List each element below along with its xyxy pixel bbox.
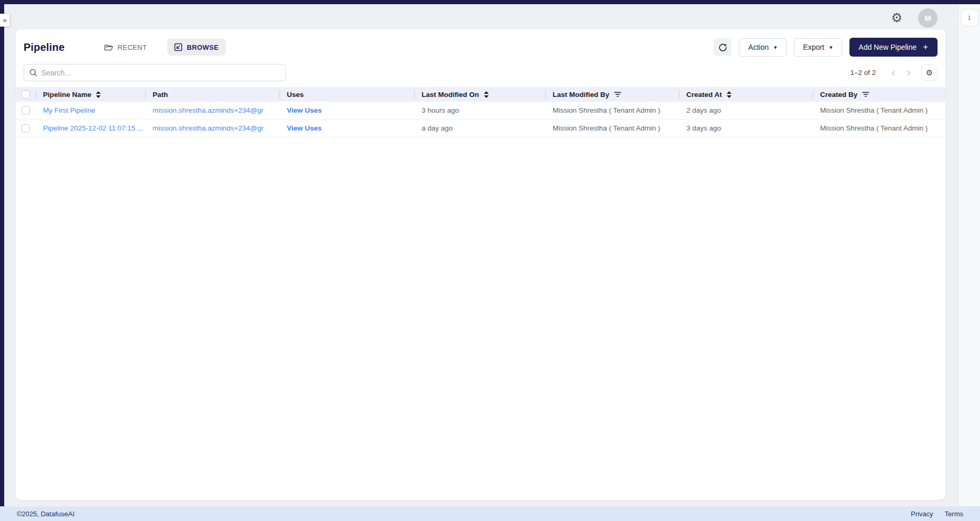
column-label: Pipeline Name [43, 91, 91, 99]
select-all-checkbox[interactable] [21, 90, 30, 99]
card-header: Pipeline RECENT BROWSE [16, 29, 945, 58]
header-actions: Action ▾ Export ▾ Add New Pipeline + [714, 38, 938, 57]
refresh-button[interactable] [714, 38, 731, 56]
top-strip [0, 0, 980, 4]
column-header-pipeline-name[interactable]: Pipeline Name [36, 87, 145, 102]
filter-icon[interactable] [862, 92, 869, 97]
column-label: Uses [287, 91, 304, 99]
chevron-left-icon: ‹ [891, 66, 895, 79]
pagination: 1–2 of 2 ‹ › ⚙ [850, 64, 938, 81]
terms-link[interactable]: Terms [945, 510, 963, 518]
search-row: 1–2 of 2 ‹ › ⚙ [16, 64, 945, 81]
browse-icon [174, 43, 182, 51]
tab-recent[interactable]: RECENT [98, 39, 154, 56]
row-select-cell [16, 106, 36, 115]
table-row: Pipeline 2025-12-02 11:07:15 ... mission… [16, 120, 945, 137]
pipeline-table: Pipeline Name Path Uses Last Modified On [16, 87, 945, 137]
pipeline-path-link[interactable]: mission.shrestha.azminds+234@gr [153, 106, 263, 114]
column-header-last-modified-by[interactable]: Last Modified By [545, 87, 679, 102]
created-at-cell: 2 days ago [679, 106, 813, 114]
footer: ©2025, DatafuseAI Privacy Terms [0, 506, 980, 521]
settings-gear-icon[interactable]: ⚙ [891, 12, 902, 24]
created-by-cell: Mission Shrestha ( Tenant Admin ) [813, 106, 945, 114]
double-chevron-right-icon: » [3, 16, 6, 24]
column-header-created-at[interactable]: Created At [679, 87, 813, 102]
table-header: Pipeline Name Path Uses Last Modified On [16, 87, 945, 102]
page-prev-button[interactable]: ‹ [887, 67, 899, 79]
add-new-pipeline-label: Add New Pipeline [859, 43, 917, 51]
page-title: Pipeline [24, 41, 64, 53]
privacy-link[interactable]: Privacy [911, 510, 933, 518]
sort-icon[interactable] [484, 91, 489, 98]
chevron-down-icon: ▾ [830, 44, 833, 51]
last-modified-by-cell: Mission Shrestha ( Tenant Admin ) [545, 106, 679, 114]
view-uses-link[interactable]: View Uses [287, 106, 322, 114]
tab-recent-label: RECENT [117, 44, 147, 51]
pagination-range: 1–2 of 2 [850, 69, 876, 77]
export-dropdown-button[interactable]: Export ▾ [794, 38, 842, 57]
table-row: My First Pipeline mission.shrestha.azmin… [16, 102, 945, 120]
folder-icon [104, 44, 113, 51]
column-header-uses[interactable]: Uses [279, 87, 414, 102]
pipeline-name-link[interactable]: My First Pipeline [43, 106, 95, 114]
info-button[interactable]: i [961, 9, 978, 26]
copyright-text: ©2025, DatafuseAI [17, 510, 74, 518]
sort-icon[interactable] [96, 91, 101, 98]
pipeline-path-link[interactable]: mission.shrestha.azminds+234@gr [153, 124, 263, 132]
gear-icon: ⚙ [926, 69, 933, 77]
user-avatar[interactable]: M [918, 8, 938, 28]
last-modified-by-cell: Mission Shrestha ( Tenant Admin ) [545, 124, 679, 132]
export-label: Export [803, 43, 824, 51]
tab-browse[interactable]: BROWSE [167, 39, 225, 56]
tab-browse-label: BROWSE [187, 44, 219, 51]
sidebar-expand-button[interactable]: » [0, 14, 10, 27]
column-header-path[interactable]: Path [145, 87, 279, 102]
topbar: ⚙ M [4, 4, 957, 31]
chevron-down-icon: ▾ [774, 44, 777, 51]
sort-icon[interactable] [727, 91, 731, 98]
collapsed-sidebar-strip [0, 4, 4, 506]
column-label: Path [153, 91, 168, 99]
search-icon [29, 69, 37, 77]
filter-icon[interactable] [614, 92, 621, 97]
pipeline-card: Pipeline RECENT BROWSE [16, 29, 945, 500]
view-uses-link[interactable]: View Uses [287, 124, 322, 132]
row-checkbox[interactable] [21, 106, 30, 115]
info-icon: i [968, 14, 970, 21]
page-next-button[interactable]: › [903, 67, 915, 79]
last-modified-on-cell: 3 hours ago [414, 106, 545, 114]
search-input[interactable] [41, 69, 280, 77]
chevron-right-icon: › [907, 66, 911, 79]
avatar-initial: M [924, 14, 931, 23]
column-label: Last Modified On [422, 91, 479, 99]
column-settings-button[interactable]: ⚙ [921, 64, 938, 81]
action-dropdown-button[interactable]: Action ▾ [739, 38, 786, 57]
footer-links: Privacy Terms [911, 510, 963, 518]
row-select-cell [16, 124, 36, 133]
last-modified-on-cell: a day ago [414, 124, 545, 132]
row-checkbox[interactable] [21, 124, 30, 133]
column-label: Created By [820, 91, 857, 99]
plus-icon: + [923, 42, 928, 52]
right-rail: i [958, 4, 980, 506]
created-by-cell: Mission Shrestha ( Tenant Admin ) [813, 124, 945, 132]
refresh-icon [718, 43, 727, 52]
add-new-pipeline-button[interactable]: Add New Pipeline + [849, 38, 938, 57]
column-label: Last Modified By [553, 91, 609, 99]
column-label: Created At [686, 91, 722, 99]
pipeline-name-link[interactable]: Pipeline 2025-12-02 11:07:15 ... [43, 124, 143, 132]
created-at-cell: 3 days ago [679, 124, 813, 132]
column-header-created-by[interactable]: Created By [813, 87, 945, 102]
view-tabs: RECENT BROWSE [98, 39, 225, 56]
column-header-last-modified-on[interactable]: Last Modified On [414, 87, 545, 102]
action-label: Action [748, 43, 769, 51]
select-all-cell [16, 87, 36, 102]
search-box [24, 64, 286, 81]
